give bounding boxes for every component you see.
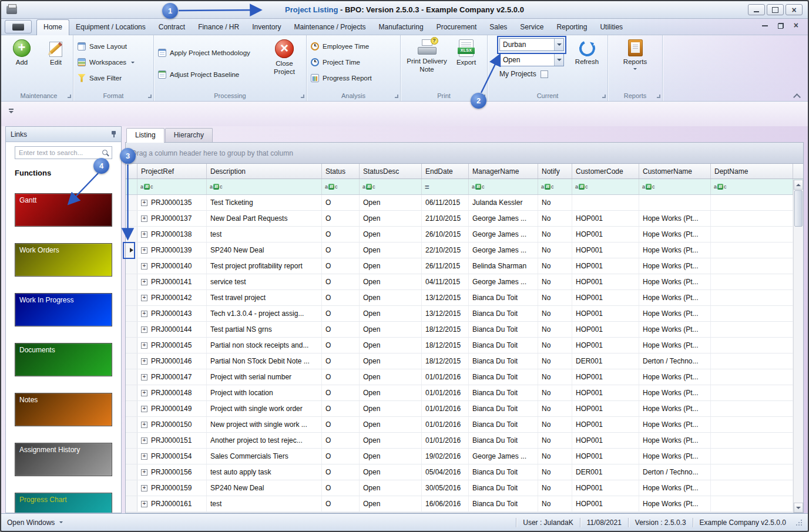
expand-row-icon[interactable] xyxy=(141,216,147,222)
grid-cell-statusdesc[interactable]: Open xyxy=(360,338,422,353)
row-indicator[interactable] xyxy=(126,195,137,210)
dialog-launcher-icon[interactable] xyxy=(68,95,71,98)
grid-cell-deptname[interactable] xyxy=(711,496,793,511)
grid-cell-customercode[interactable]: HOP001 xyxy=(572,243,639,258)
grid-cell-description[interactable]: SP240 New Deal xyxy=(207,480,322,496)
grid-cell-notify[interactable]: No xyxy=(538,464,572,480)
ribbon-tab-maintenance-projects[interactable]: Maintenance / Projects xyxy=(288,20,372,35)
grid-cell-deptname[interactable] xyxy=(711,274,793,289)
progress-report-button[interactable]: Progress Report xyxy=(307,71,376,85)
grid-cell-description[interactable]: Test Ticketing xyxy=(207,195,322,210)
grid-cell-projectref[interactable]: PRJ0000138 xyxy=(137,227,207,242)
grid-cell-projectref[interactable]: PRJ0000142 xyxy=(137,290,207,305)
grid-cell-customercode[interactable]: DER001 xyxy=(572,353,639,369)
refresh-button[interactable]: Refresh xyxy=(570,38,604,90)
ribbon-tab-service[interactable]: Service xyxy=(513,20,550,35)
grid-cell-notify[interactable]: No xyxy=(538,338,572,353)
expand-row-icon[interactable] xyxy=(141,390,147,396)
grid-cell-managername[interactable]: Bianca Du Toit xyxy=(469,338,538,353)
row-indicator[interactable] xyxy=(126,306,137,321)
grid-cell-projectref[interactable]: PRJ0000146 xyxy=(137,353,207,369)
grid-cell-managername[interactable]: George James ... xyxy=(469,243,538,258)
grid-cell-deptname[interactable] xyxy=(711,353,793,369)
close-button[interactable] xyxy=(785,4,803,15)
grid-cell-managername[interactable]: Bianca Du Toit xyxy=(469,322,538,337)
expand-row-icon[interactable] xyxy=(141,437,147,444)
grid-cell-description[interactable]: Another project to test rejec... xyxy=(207,433,322,448)
grid-cell-customername[interactable]: Hope Works (Pt... xyxy=(639,385,711,400)
grid-cell-deptname[interactable] xyxy=(711,369,793,385)
site-combobox[interactable]: Durban xyxy=(499,38,564,51)
grid-cell-customername[interactable]: Hope Works (Pt... xyxy=(639,449,711,464)
grid-cell-projectref[interactable]: PRJ0000137 xyxy=(137,211,207,226)
scroll-down-icon[interactable] xyxy=(794,503,803,513)
filter-cell-projectref[interactable]: aBc xyxy=(137,179,207,194)
grid-cell-description[interactable]: Tech v1.3.0.4 - project assig... xyxy=(207,306,322,321)
grid-cell-deptname[interactable] xyxy=(711,417,793,432)
column-header-enddate[interactable]: EndDate xyxy=(422,164,469,179)
grid-cell-enddate[interactable]: 26/10/2015 xyxy=(422,227,469,242)
expand-row-icon[interactable] xyxy=(141,231,147,238)
filter-cell-statusdesc[interactable]: aBc xyxy=(360,179,422,194)
row-indicator[interactable] xyxy=(126,243,137,258)
grid-row-PRJ0000146[interactable]: PRJ0000146Partial Non STock Debit Note .… xyxy=(126,353,803,369)
grid-cell-statusdesc[interactable]: Open xyxy=(360,258,422,274)
column-header-status[interactable]: Status xyxy=(322,164,360,179)
grid-row-PRJ0000135[interactable]: PRJ0000135Test TicketingOOpen06/11/2015J… xyxy=(126,195,803,211)
grid-cell-description[interactable]: test xyxy=(207,227,322,242)
grid-cell-managername[interactable]: Bianca Du Toit xyxy=(469,417,538,432)
row-indicator[interactable] xyxy=(126,274,137,289)
grid-cell-statusdesc[interactable]: Open xyxy=(360,211,422,226)
grid-cell-customercode[interactable]: HOP001 xyxy=(572,227,639,242)
grid-cell-managername[interactable]: Bianca Du Toit xyxy=(469,401,538,416)
grid-cell-customername[interactable] xyxy=(639,195,711,210)
grid-cell-status[interactable]: O xyxy=(322,195,360,210)
grid-cell-status[interactable]: O xyxy=(322,274,360,289)
grid-cell-customername[interactable]: Derton / Techno... xyxy=(639,353,711,369)
dialog-launcher-icon[interactable] xyxy=(148,95,152,98)
grid-row-PRJ0000150[interactable]: PRJ0000150New project with single work .… xyxy=(126,417,803,433)
grid-cell-statusdesc[interactable]: Open xyxy=(360,227,422,242)
grid-cell-managername[interactable]: Bianca Du Toit xyxy=(469,385,538,400)
grid-row-PRJ0000139[interactable]: PRJ0000139SP240 New DealOOpen22/10/2015G… xyxy=(126,243,803,258)
grid-cell-customercode[interactable] xyxy=(572,195,639,210)
quick-collapse-icon[interactable] xyxy=(8,109,15,115)
grid-cell-customercode[interactable]: HOP001 xyxy=(572,369,639,385)
grid-cell-description[interactable]: test auto apply task xyxy=(207,464,322,480)
grid-cell-deptname[interactable] xyxy=(711,195,793,210)
grid-row-PRJ0000147[interactable]: PRJ0000147Project with serial numberOOpe… xyxy=(126,369,803,385)
grid-row-PRJ0000144[interactable]: PRJ0000144Test partial NS grnsOOpen18/12… xyxy=(126,322,803,338)
grid-cell-customername[interactable]: Hope Works (Pt... xyxy=(639,496,711,511)
grid-cell-statusdesc[interactable]: Open xyxy=(360,496,422,511)
dialog-launcher-icon[interactable] xyxy=(602,95,606,98)
row-indicator[interactable] xyxy=(126,338,137,353)
grid-cell-enddate[interactable]: 26/11/2015 xyxy=(422,258,469,274)
grid-cell-notify[interactable]: No xyxy=(538,401,572,416)
grid-row-PRJ0000148[interactable]: PRJ0000148Project with locationOOpen01/0… xyxy=(126,385,803,401)
grid-cell-deptname[interactable] xyxy=(711,258,793,274)
grid-cell-status[interactable]: O xyxy=(322,258,360,274)
expand-row-icon[interactable] xyxy=(141,263,147,270)
row-indicator[interactable] xyxy=(126,496,137,511)
grid-cell-description[interactable]: Project with location xyxy=(207,385,322,400)
expand-row-icon[interactable] xyxy=(141,326,147,333)
export-button[interactable]: Export xyxy=(449,38,484,90)
mdi-close-icon[interactable] xyxy=(794,22,798,30)
grid-cell-deptname[interactable] xyxy=(711,449,793,464)
grid-cell-customername[interactable]: Hope Works (Pt... xyxy=(639,338,711,353)
row-indicator[interactable] xyxy=(126,480,137,496)
grid-cell-statusdesc[interactable]: Open xyxy=(360,464,422,480)
expand-row-icon[interactable] xyxy=(141,501,147,507)
grid-cell-description[interactable]: Project with serial number xyxy=(207,369,322,385)
grid-cell-customername[interactable]: Hope Works (Pt... xyxy=(639,369,711,385)
grid-cell-statusdesc[interactable]: Open xyxy=(360,417,422,432)
expand-row-icon[interactable] xyxy=(141,247,147,254)
row-indicator[interactable] xyxy=(126,211,137,226)
view-tab-listing[interactable]: Listing xyxy=(126,128,165,143)
ribbon-tab-utilities[interactable]: Utilities xyxy=(593,20,629,35)
grid-cell-enddate[interactable]: 16/06/2016 xyxy=(422,496,469,511)
grid-row-PRJ0000141[interactable]: PRJ0000141service testOOpen04/11/2015Geo… xyxy=(126,274,803,290)
grid-row-PRJ0000137[interactable]: PRJ0000137New Deal Part RequestsOOpen21/… xyxy=(126,211,803,227)
grid-cell-deptname[interactable] xyxy=(711,464,793,480)
grid-cell-statusdesc[interactable]: Open xyxy=(360,449,422,464)
